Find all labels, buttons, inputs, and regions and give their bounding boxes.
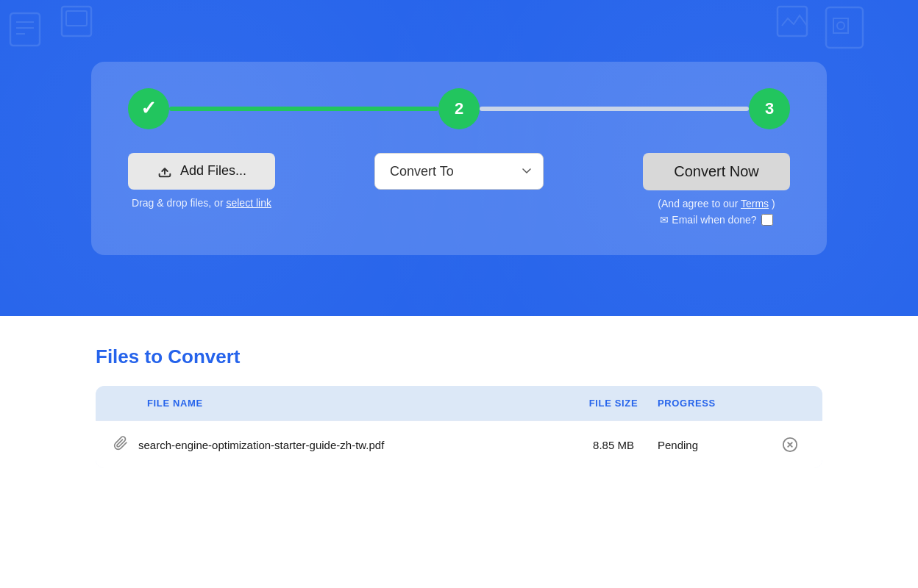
main-card: ✓ 2 3 Add Files... [91,62,827,255]
step-1-check: ✓ [140,97,157,120]
convert-to-col: Convert To PDF DOCX JPG PNG MP4 [374,153,544,190]
add-files-col: Add Files... Drag & drop files, or selec… [128,153,275,209]
bg-icon-1 [7,7,51,51]
files-heading: Files to Convert [96,345,822,368]
step-line-2 [480,107,749,111]
upload-icon [157,163,173,179]
bottom-section: Files to Convert FILE NAME FILE SIZE PRO… [0,316,918,498]
step-1-circle: ✓ [128,88,169,129]
terms-link[interactable]: Terms [741,198,769,209]
step-3-label: 3 [765,99,774,118]
remove-icon [782,437,798,453]
col-progress-header: PROGRESS [658,398,775,409]
svg-point-7 [837,22,844,29]
add-files-label: Add Files... [180,163,246,179]
hero-section: ✓ 2 3 Add Files... [0,0,918,316]
convert-now-button[interactable]: Convert Now [643,153,790,190]
select-link[interactable]: select link [226,197,271,209]
file-table: FILE NAME FILE SIZE PROGRESS search-engi… [96,386,822,468]
svg-rect-5 [66,11,87,26]
file-remove-button[interactable] [775,437,805,453]
file-size: 8.85 MB [569,439,658,451]
email-row: ✉ Email when done? [660,214,772,226]
convert-to-select[interactable]: Convert To PDF DOCX JPG PNG MP4 [374,153,544,190]
svg-rect-6 [826,7,863,48]
add-files-button[interactable]: Add Files... [128,153,275,190]
bg-icon-4 [775,4,815,44]
step-2-circle: 2 [438,88,480,129]
table-header: FILE NAME FILE SIZE PROGRESS [96,386,822,420]
files-heading-blue: Convert [168,345,240,368]
svg-rect-0 [10,13,40,46]
step-3-circle: 3 [749,88,790,129]
files-heading-black: Files to [96,345,163,368]
file-progress: Pending [658,439,775,451]
steps-row: ✓ 2 3 [128,88,790,129]
col-filename-header: FILE NAME [147,398,569,409]
step-2-label: 2 [455,99,463,118]
svg-rect-8 [778,7,807,36]
file-name: search-engine-optimization-starter-guide… [138,439,569,451]
email-checkbox[interactable] [761,214,773,226]
table-row: search-engine-optimization-starter-guide… [96,420,822,468]
col-filesize-header: FILE SIZE [569,398,658,409]
actions-row: Add Files... Drag & drop files, or selec… [128,153,790,226]
convert-now-col: Convert Now (And agree to our Terms ) ✉ … [643,153,790,226]
step-line-1 [169,107,438,111]
svg-rect-4 [62,7,91,36]
agree-text: (And agree to our Terms ) [658,198,775,209]
paperclip-icon [113,436,128,451]
bg-icon-3 [822,0,874,51]
email-label: ✉ Email when done? [660,214,756,226]
drag-drop-text: Drag & drop files, or select link [132,197,271,209]
bg-icon-2 [59,4,99,44]
file-icon-wrap [113,436,128,453]
convert-now-label: Convert Now [674,163,759,179]
